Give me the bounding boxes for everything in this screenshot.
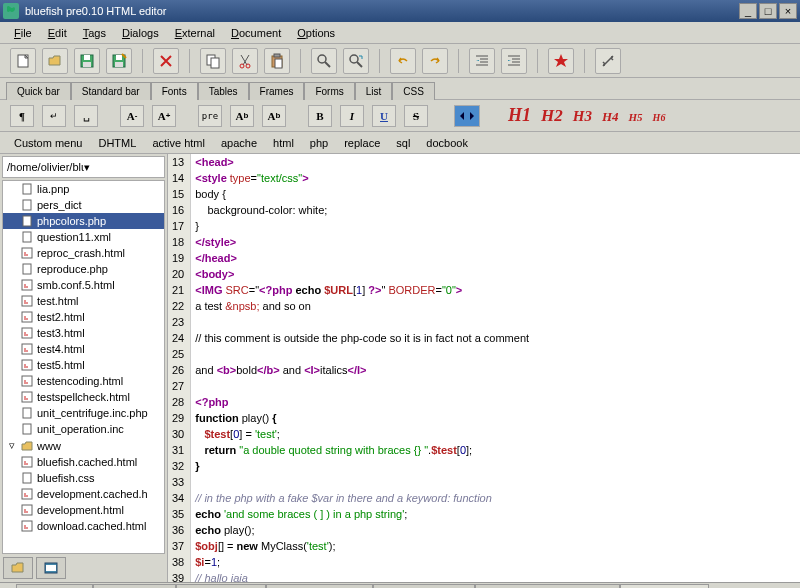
file-item[interactable]: unit_centrifuge.inc.php [3,405,164,421]
doc-tab[interactable]: download.html× [176,584,266,589]
folder-item[interactable]: ▿www [3,437,164,454]
menu-options[interactable]: Options [289,24,343,42]
file-item[interactable]: bluefish.cached.html [3,454,164,470]
font-plus-button[interactable]: A+ [152,105,176,127]
doc-tab[interactable]: development.html× [266,584,372,589]
tbtab-list[interactable]: List [355,82,393,100]
sidebar-tab-bookmarks[interactable] [36,557,66,579]
heading-h4-button[interactable]: H4 [600,109,621,125]
save-as-button[interactable] [106,48,132,74]
save-button[interactable] [74,48,100,74]
doc-tab[interactable]: phpcolors.php× [620,584,709,589]
tbtab-quick-bar[interactable]: Quick bar [6,82,71,100]
file-item[interactable]: development.cached.h [3,486,164,502]
file-item[interactable]: pers_dict [3,197,164,213]
code-content[interactable]: <head><style type="text/css">body { back… [191,154,533,582]
bookmark-button[interactable] [548,48,574,74]
sidebar-tab-files[interactable] [3,557,33,579]
menu-tags[interactable]: Tags [75,24,114,42]
file-item[interactable]: phpcolors.php [3,213,164,229]
tbtab-forms[interactable]: Forms [304,82,354,100]
break-button[interactable]: ↵ [42,105,66,127]
file-item[interactable]: lia.pnp [3,181,164,197]
file-list[interactable]: lia.pnppers_dictphpcolors.phpquestion11.… [2,180,165,554]
file-item[interactable]: testencoding.html [3,373,164,389]
tb3-replace[interactable]: replace [336,134,388,152]
menu-dialogs[interactable]: Dialogs [114,24,167,42]
close-file-button[interactable] [153,48,179,74]
file-item[interactable]: test5.html [3,357,164,373]
tb3-docbook[interactable]: docbook [418,134,476,152]
undo-button[interactable] [390,48,416,74]
heading-h5-button[interactable]: H5 [627,111,645,123]
menu-document[interactable]: Document [223,24,289,42]
svg-rect-35 [23,473,31,483]
font-minus-button[interactable]: A- [120,105,144,127]
copy-button[interactable] [200,48,226,74]
minimize-button[interactable]: _ [739,3,757,19]
file-item[interactable]: reproduce.php [3,261,164,277]
open-file-button[interactable] [42,48,68,74]
paragraph-button[interactable]: ¶ [10,105,34,127]
file-item[interactable]: test.html [3,293,164,309]
heading-h6-button[interactable]: H6 [651,112,668,123]
cut-button[interactable] [232,48,258,74]
menu-edit[interactable]: Edit [40,24,75,42]
pre-button[interactable]: pre [198,105,222,127]
file-item[interactable]: testspellcheck.html [3,389,164,405]
tb3-php[interactable]: php [302,134,336,152]
tb3-active-html[interactable]: active html [144,134,213,152]
font-tag-button[interactable] [454,105,480,127]
file-item[interactable]: development.html [3,502,164,518]
file-item[interactable]: test4.html [3,341,164,357]
heading-h3-button[interactable]: H3 [571,108,594,125]
doc-tab[interactable]: screenshots.html× [373,584,476,589]
indent-button[interactable] [501,48,527,74]
doc-tab[interactable]: development.cached.html× [475,584,620,589]
new-file-button[interactable] [10,48,36,74]
maximize-button[interactable]: □ [759,3,777,19]
doc-tab[interactable]: bluefish.css× [16,584,93,589]
heading-h2-button[interactable]: H2 [539,106,565,126]
svg-rect-37 [22,505,32,515]
underline-button[interactable]: U [372,105,396,127]
file-item[interactable]: bluefish.css [3,470,164,486]
doc-tab[interactable]: features.html× [93,584,176,589]
menu-external[interactable]: External [167,24,223,42]
sup-button[interactable]: Ab [262,105,286,127]
file-item[interactable]: test3.html [3,325,164,341]
heading-h1-button[interactable]: H1 [506,105,533,126]
redo-button[interactable] [422,48,448,74]
file-item[interactable]: reproc_crash.html [3,245,164,261]
path-selector[interactable]: /home/olivier/bluefish/cvs/blue▾ [2,156,165,178]
nbsp-button[interactable]: ␣ [74,105,98,127]
file-item[interactable]: unit_operation.inc [3,421,164,437]
file-item[interactable]: test2.html [3,309,164,325]
preferences-button[interactable] [595,48,621,74]
code-editor[interactable]: 1314151617181920212223242526272829303132… [168,154,800,582]
search-button[interactable] [311,48,337,74]
bold-button[interactable]: B [308,105,332,127]
tbtab-tables[interactable]: Tables [198,82,249,100]
file-item[interactable]: download.cached.html [3,518,164,534]
tbtab-css[interactable]: CSS [392,82,435,100]
close-button[interactable]: × [779,3,797,19]
sub-button[interactable]: Ab [230,105,254,127]
file-item[interactable]: question11.xml [3,229,164,245]
tb3-apache[interactable]: apache [213,134,265,152]
tbtab-standard-bar[interactable]: Standard bar [71,82,151,100]
tb3-html[interactable]: html [265,134,302,152]
italic-button[interactable]: I [340,105,364,127]
tb3-sql[interactable]: sql [388,134,418,152]
paste-button[interactable] [264,48,290,74]
menu-file[interactable]: File [6,24,40,42]
tb3-DHTML[interactable]: DHTML [90,134,144,152]
search-replace-button[interactable] [343,48,369,74]
file-item[interactable]: smb.conf.5.html [3,277,164,293]
chevron-down-icon[interactable]: ▾ [84,161,161,174]
strike-button[interactable]: S [404,105,428,127]
tbtab-frames[interactable]: Frames [249,82,305,100]
tbtab-fonts[interactable]: Fonts [151,82,198,100]
unindent-button[interactable] [469,48,495,74]
tb3-Custom-menu[interactable]: Custom menu [6,134,90,152]
